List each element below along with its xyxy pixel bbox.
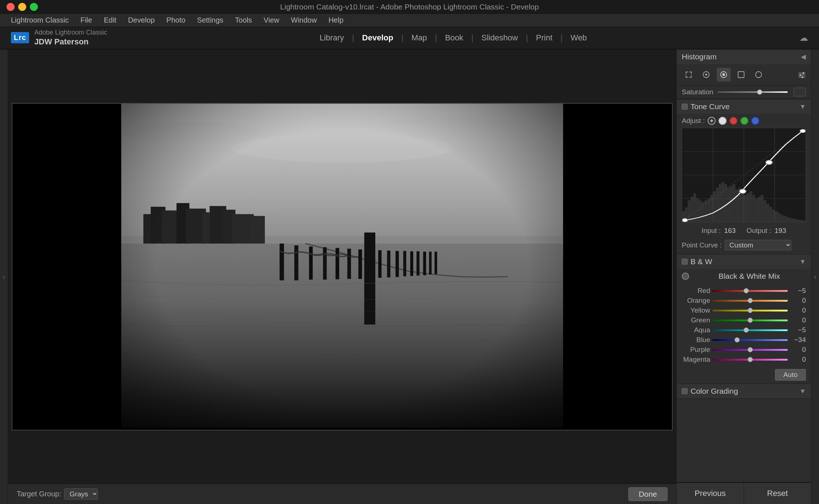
nav-print[interactable]: Print	[528, 30, 561, 45]
svg-point-36	[705, 74, 707, 76]
tone-curve-header[interactable]: Tone Curve ▼	[677, 99, 811, 114]
bw-red-track[interactable]	[712, 287, 788, 294]
bw-aqua-label: Aqua	[682, 326, 710, 334]
target-group-dropdown[interactable]: Grays	[64, 488, 98, 500]
svg-rect-92	[789, 218, 792, 222]
svg-rect-70	[727, 188, 730, 222]
graduated-filter-tool[interactable]	[734, 68, 748, 82]
nav-book[interactable]: Book	[437, 30, 471, 45]
svg-rect-94	[794, 219, 797, 222]
tc-white-circle[interactable]	[719, 117, 727, 125]
previous-button[interactable]: Previous	[677, 483, 744, 504]
tc-green-circle[interactable]	[740, 117, 748, 125]
bw-blue-track[interactable]	[712, 337, 788, 343]
bw-green-row: Green 0	[682, 316, 806, 324]
bw-magenta-thumb[interactable]	[748, 357, 753, 362]
bw-purple-row: Purple 0	[682, 346, 806, 354]
crop-tool[interactable]	[682, 68, 696, 82]
tone-curve-toggle[interactable]	[682, 104, 688, 110]
color-grading-toggle[interactable]	[682, 388, 688, 394]
svg-rect-80	[755, 199, 758, 222]
done-button[interactable]: Done	[628, 487, 668, 501]
bw-green-thumb[interactable]	[748, 318, 753, 323]
menu-tools[interactable]: Tools	[230, 15, 257, 26]
bw-purple-track[interactable]	[712, 346, 788, 353]
menu-edit[interactable]: Edit	[99, 15, 121, 26]
reset-button[interactable]: Reset	[744, 483, 811, 504]
menu-develop[interactable]: Develop	[123, 15, 160, 26]
tc-adjust-row: Adjust :	[677, 114, 811, 128]
nav-library[interactable]: Library	[312, 30, 352, 45]
red-eye-tool[interactable]	[717, 68, 731, 82]
point-curve-dropdown[interactable]: Custom Linear Medium Contrast Strong Con…	[725, 240, 791, 250]
photo-container	[8, 49, 676, 484]
bw-mix-toggle[interactable]	[682, 273, 689, 280]
menu-settings[interactable]: Settings	[192, 15, 228, 26]
tc-input-value: 163	[724, 227, 736, 234]
menu-file[interactable]: File	[75, 15, 97, 26]
color-grading-header[interactable]: Color Grading ▼	[677, 384, 811, 398]
bw-orange-value: 0	[790, 297, 806, 305]
radial-filter-tool[interactable]	[752, 68, 765, 82]
svg-rect-68	[721, 182, 724, 222]
bw-auto-button[interactable]: Auto	[775, 369, 806, 381]
tc-blue-circle[interactable]	[751, 117, 759, 125]
minimize-button[interactable]	[18, 3, 26, 11]
tone-curve-title: Tone Curve	[691, 102, 729, 111]
tone-curve-collapse-icon: ▼	[799, 103, 806, 111]
bw-magenta-track[interactable]	[712, 356, 788, 363]
tone-curve-graph[interactable]	[682, 128, 806, 222]
bw-orange-label: Orange	[682, 297, 710, 305]
svg-point-44	[799, 74, 802, 76]
bottom-nav: Previous Reset	[677, 482, 811, 504]
menu-view[interactable]: View	[258, 15, 284, 26]
bw-blue-row: Blue −34	[682, 336, 806, 344]
basic-sliders-tool[interactable]	[769, 68, 806, 82]
titlebar: Lightroom Catalog-v10.lrcat - Adobe Phot…	[0, 0, 819, 14]
svg-rect-86	[772, 209, 775, 222]
logo-subtext: Adobe Lightroom Classic	[34, 28, 107, 37]
cloud-icon[interactable]: ☁	[799, 33, 808, 43]
bw-red-thumb[interactable]	[744, 288, 749, 293]
bw-orange-track[interactable]	[712, 297, 788, 304]
bw-orange-thumb[interactable]	[748, 298, 753, 303]
tc-adjust-picker[interactable]	[708, 117, 716, 125]
right-panel-toggle[interactable]: ‹	[811, 49, 819, 504]
svg-rect-76	[744, 195, 747, 222]
bw-toggle[interactable]	[682, 259, 688, 265]
bw-aqua-thumb[interactable]	[744, 328, 749, 333]
color-grading-section: Color Grading ▼	[677, 384, 811, 399]
nav-web[interactable]: Web	[563, 30, 595, 45]
right-panel-arrow: ‹	[814, 273, 816, 281]
bottom-bar: Target Group: Grays Done	[8, 484, 676, 504]
saturation-thumb[interactable]	[757, 90, 762, 95]
window-title: Lightroom Catalog-v10.lrcat - Adobe Phot…	[280, 3, 539, 11]
bw-green-track[interactable]	[712, 317, 788, 324]
menu-window[interactable]: Window	[286, 15, 322, 26]
nav-map[interactable]: Map	[403, 30, 435, 45]
bw-mix-title: Black & White Mix	[693, 272, 806, 281]
histogram-header[interactable]: Histogram ◀	[677, 49, 811, 64]
maximize-button[interactable]	[30, 3, 38, 11]
menu-photo[interactable]: Photo	[161, 15, 190, 26]
nav-develop[interactable]: Develop	[354, 30, 401, 45]
tc-red-circle[interactable]	[729, 117, 737, 125]
bw-blue-thumb[interactable]	[735, 337, 740, 342]
bw-aqua-track[interactable]	[712, 327, 788, 333]
saturation-input[interactable]	[794, 88, 806, 96]
tc-output-value: 193	[775, 227, 786, 234]
bw-yellow-thumb[interactable]	[748, 308, 753, 313]
saturation-track[interactable]	[717, 91, 788, 93]
svg-point-98	[682, 218, 688, 222]
bw-red-row: Red −5	[682, 287, 806, 295]
menu-help[interactable]: Help	[323, 15, 348, 26]
nav-slideshow[interactable]: Slideshow	[474, 30, 526, 45]
left-panel-toggle[interactable]: ›	[0, 49, 8, 504]
spot-removal-tool[interactable]	[699, 68, 713, 82]
bw-header[interactable]: B & W ▼	[677, 254, 811, 269]
close-button[interactable]	[7, 3, 15, 11]
menu-lightroom[interactable]: Lightroom Classic	[6, 15, 74, 26]
bw-yellow-track[interactable]	[712, 307, 788, 314]
bw-purple-thumb[interactable]	[748, 347, 753, 352]
svg-rect-75	[741, 191, 744, 222]
